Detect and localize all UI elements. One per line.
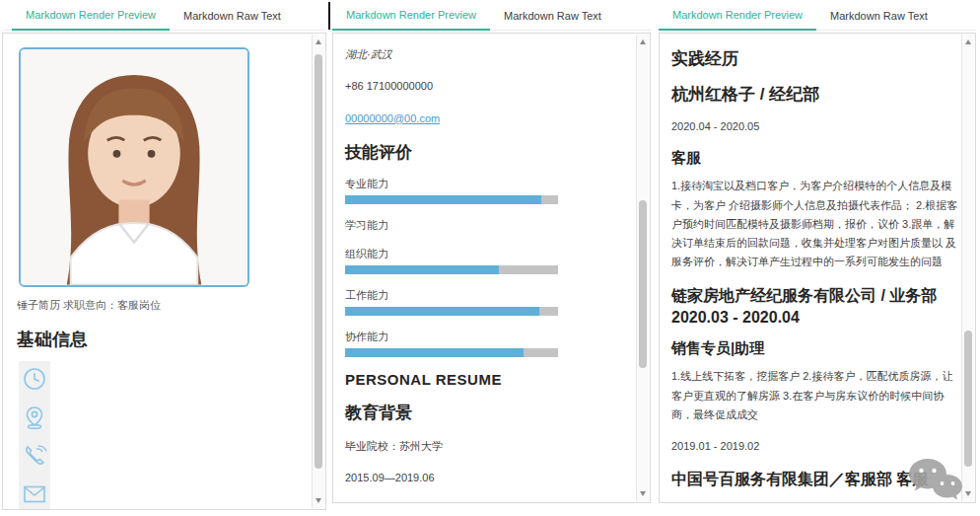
- scroll-down-arrow-icon[interactable]: [315, 498, 321, 503]
- skill-bar-fill: [345, 348, 524, 357]
- skill-bar: [345, 307, 558, 316]
- tab-markdown-render-preview[interactable]: Markdown Render Preview: [332, 1, 490, 31]
- panel-divider: [328, 2, 330, 30]
- skill-bar: [345, 348, 558, 357]
- tab-markdown-raw-text[interactable]: Markdown Raw Text: [816, 2, 942, 30]
- skill-bar: [345, 265, 558, 274]
- location-text: 湖北·武汉: [345, 45, 633, 64]
- skill-label: 协作能力: [345, 330, 633, 344]
- skill-label: 学习能力: [345, 218, 633, 233]
- job1-period: 2020.04 - 2020.05: [671, 117, 958, 136]
- tabbar-left: Markdown Render Preview Markdown Raw Tex…: [2, 0, 326, 31]
- scrollbar-thumb[interactable]: [964, 331, 972, 467]
- left-content-box: 锤子简历 求职意向：客服岗位 基础信息: [2, 33, 326, 510]
- education-period: 2015.09—2019.06: [345, 469, 633, 487]
- scroll-down-arrow-icon[interactable]: [965, 491, 971, 496]
- basic-info-title: 基础信息: [17, 328, 309, 351]
- skill-bar: [345, 195, 558, 204]
- scrollbar-thumb[interactable]: [639, 200, 647, 368]
- skill-row: 学习能力: [345, 218, 633, 233]
- skill-bar-fill: [345, 265, 499, 274]
- education-title: 教育背景: [345, 402, 633, 424]
- skill-label: 组织能力: [345, 247, 633, 261]
- clock-icon: [22, 366, 47, 392]
- skill-bar-fill: [345, 195, 541, 204]
- practice-title: 实践经历: [671, 47, 958, 70]
- skill-row: 工作能力: [345, 288, 633, 316]
- skill-row: 组织能力: [345, 247, 633, 274]
- panel-left: Markdown Render Preview Markdown Raw Tex…: [2, 0, 326, 516]
- middle-content-box: 湖北·武汉 +86 17100000000 00000000@00.com 技能…: [332, 33, 651, 503]
- skill-row: 专业能力: [345, 177, 633, 204]
- job2-company: 链家房地产经纪服务有限公司 / 业务部: [671, 287, 937, 304]
- job1-description: 1.接待淘宝以及档口客户，为客户介绍模特的个人信息及模卡，为客户 介绍摄影师个人…: [671, 177, 958, 271]
- major-text: 电子商务专业/本科: [345, 500, 633, 503]
- right-content-box: 实践经历 杭州红格子 / 经纪部 2020.04 - 2020.05 客服 1.…: [659, 33, 976, 503]
- tab-markdown-render-preview[interactable]: Markdown Render Preview: [659, 1, 816, 31]
- skill-label: 专业能力: [345, 177, 633, 191]
- tab-markdown-raw-text[interactable]: Markdown Raw Text: [170, 2, 295, 30]
- job2-role-heading: 销售专员|助理: [671, 339, 958, 358]
- email-link[interactable]: 00000000@00.com: [345, 112, 440, 124]
- scroll-up-arrow-icon[interactable]: [315, 39, 321, 44]
- scroll-up-arrow-icon[interactable]: [640, 39, 646, 44]
- mail-icon: [22, 481, 47, 507]
- basic-info-icon-strip: [19, 361, 50, 510]
- school-text: 毕业院校：苏州大学: [345, 437, 633, 456]
- scroll-up-arrow-icon[interactable]: [965, 39, 971, 44]
- job2-company-heading: 链家房地产经纪服务有限公司 / 业务部2020.03 - 2020.04: [671, 285, 958, 330]
- tabbar-middle: Markdown Render Preview Markdown Raw Tex…: [332, 0, 651, 31]
- profile-photo: [19, 47, 249, 287]
- job3-company-heading: 中国号百服务有限集团／客服部 客服: [671, 469, 958, 490]
- location-icon: [22, 405, 47, 430]
- skill-bar-fill: [345, 307, 539, 316]
- panel-middle: Markdown Render Preview Markdown Raw Tex…: [332, 0, 651, 516]
- skills-title: 技能评价: [345, 141, 633, 164]
- right-scrollbar[interactable]: [961, 35, 974, 501]
- personal-resume-heading: PERSONAL RESUME: [345, 371, 633, 388]
- left-scrollbar[interactable]: [312, 35, 324, 508]
- phone-icon: [22, 443, 47, 469]
- resume-caption: 锤子简历 求职意向：客服岗位: [17, 298, 309, 313]
- scroll-down-arrow-icon[interactable]: [640, 491, 646, 496]
- tab-markdown-raw-text[interactable]: Markdown Raw Text: [490, 2, 615, 30]
- job2-period: 2020.03 - 2020.04: [671, 309, 800, 326]
- skill-label: 工作能力: [345, 288, 633, 303]
- skill-row: 协作能力: [345, 330, 633, 357]
- tab-markdown-render-preview[interactable]: Markdown Render Preview: [12, 1, 170, 31]
- job3-period: 2019.01 - 2019.02: [671, 437, 958, 456]
- job3-description: 1.接听12345市民来电，详细回答市民咨询 2.根据市民所述内容进行记录，分类…: [671, 502, 958, 503]
- panel-right: Markdown Render Preview Markdown Raw Tex…: [659, 0, 976, 516]
- tabbar-right: Markdown Render Preview Markdown Raw Tex…: [659, 0, 976, 31]
- job1-role-heading: 客服: [671, 149, 958, 168]
- job1-company-heading: 杭州红格子 / 经纪部: [671, 83, 958, 106]
- phone-text: +86 17100000000: [345, 77, 633, 96]
- portrait-illustration: [21, 49, 247, 285]
- middle-scrollbar[interactable]: [636, 35, 649, 501]
- scrollbar-thumb[interactable]: [315, 54, 322, 469]
- job2-description: 1.线上线下拓客，挖掘客户 2.接待客户，匹配优质房源，让客户更直观的了解房源 …: [671, 367, 958, 424]
